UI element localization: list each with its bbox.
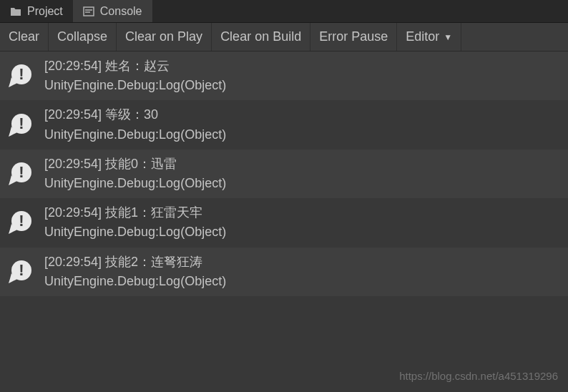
chevron-down-icon: ▼	[444, 32, 452, 42]
log-entry[interactable]: ! [20:29:54] 姓名：赵云 UnityEngine.Debug:Log…	[0, 52, 568, 100]
svg-text:!: !	[19, 163, 24, 181]
log-entry[interactable]: ! [20:29:54] 技能2：连弩狂涛 UnityEngine.Debug:…	[0, 248, 568, 296]
clear-on-play-button[interactable]: Clear on Play	[117, 23, 212, 51]
tab-label: Console	[100, 5, 142, 18]
info-icon: !	[7, 111, 36, 139]
clear-button[interactable]: Clear	[0, 23, 49, 51]
svg-text:!: !	[19, 261, 24, 279]
console-list: ! [20:29:54] 姓名：赵云 UnityEngine.Debug:Log…	[0, 52, 568, 296]
svg-rect-0	[84, 7, 94, 16]
svg-text:!: !	[19, 114, 24, 132]
console-icon	[83, 6, 94, 16]
svg-text:!: !	[19, 212, 24, 230]
tab-bar: Project Console	[0, 0, 568, 23]
editor-dropdown[interactable]: Editor ▼	[397, 23, 461, 51]
console-toolbar: Clear Collapse Clear on Play Clear on Bu…	[0, 23, 568, 52]
svg-text:!: !	[19, 65, 24, 83]
tab-label: Project	[27, 5, 63, 18]
log-text: [20:29:54] 技能0：迅雷 UnityEngine.Debug:Log(…	[44, 155, 226, 192]
info-icon: !	[7, 62, 36, 90]
info-icon: !	[7, 208, 36, 237]
clear-on-build-button[interactable]: Clear on Build	[212, 23, 310, 51]
log-text: [20:29:54] 等级：30 UnityEngine.Debug:Log(O…	[44, 106, 226, 143]
log-text: [20:29:54] 技能2：连弩狂涛 UnityEngine.Debug:Lo…	[44, 253, 226, 290]
tab-console[interactable]: Console	[73, 0, 152, 22]
info-icon: !	[7, 258, 36, 286]
info-icon: !	[7, 160, 36, 188]
watermark: https://blog.csdn.net/a451319296	[399, 370, 558, 382]
log-entry[interactable]: ! [20:29:54] 等级：30 UnityEngine.Debug:Log…	[0, 100, 568, 149]
tab-project[interactable]: Project	[0, 0, 73, 22]
log-text: [20:29:54] 姓名：赵云 UnityEngine.Debug:Log(O…	[44, 57, 226, 94]
log-entry[interactable]: ! [20:29:54] 技能1：狂雷天牢 UnityEngine.Debug:…	[0, 198, 568, 247]
error-pause-button[interactable]: Error Pause	[310, 23, 397, 51]
log-text: [20:29:54] 技能1：狂雷天牢 UnityEngine.Debug:Lo…	[44, 204, 226, 241]
log-entry[interactable]: ! [20:29:54] 技能0：迅雷 UnityEngine.Debug:Lo…	[0, 150, 568, 198]
collapse-button[interactable]: Collapse	[49, 23, 117, 51]
folder-icon	[10, 6, 21, 16]
